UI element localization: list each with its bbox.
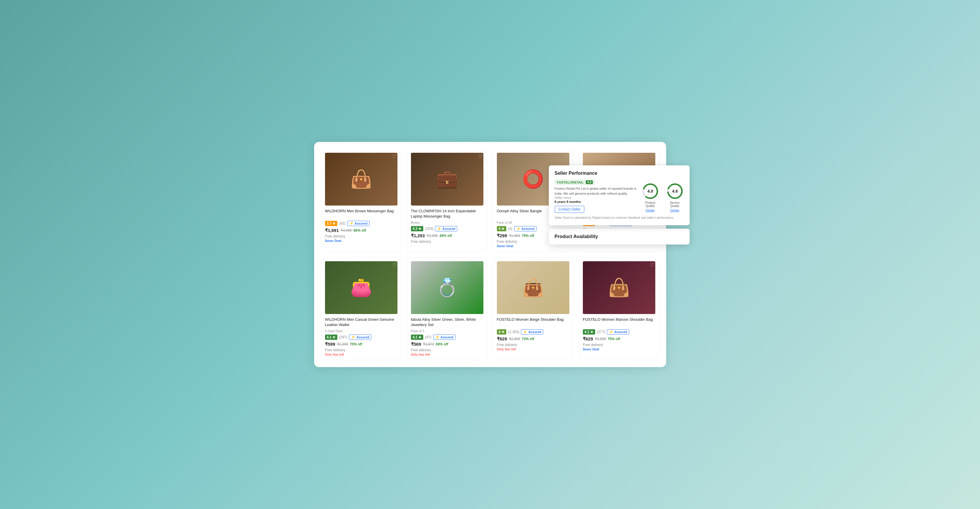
wishlist-button[interactable]: ♡ — [392, 262, 397, 268]
saver-deal: Saver Deal — [583, 347, 655, 351]
discount: 73% off — [522, 337, 535, 341]
seller-since-label: Seller since — [555, 196, 638, 199]
product-image: 💍 — [411, 261, 484, 314]
delivery-text: Free delivery — [325, 234, 398, 238]
product-quality-details-link[interactable]: Details — [646, 209, 655, 212]
star-icon: ★ — [418, 227, 422, 231]
product-quality-score: 4.0 Product Quality Details — [641, 182, 659, 212]
seller-rating-badge: 4.2 — [586, 180, 593, 184]
lightning-icon: ⚡ — [435, 335, 440, 339]
rating-badge: 4.3 ★ — [411, 226, 423, 232]
product-card-p6[interactable]: ♡ 💍 fabula Alloy Silver Green, Silver, W… — [407, 257, 487, 360]
assured-badge: ⚡Assured — [607, 329, 629, 335]
wishlist-button[interactable]: ♡ — [478, 153, 483, 160]
lightning-icon: ⚡ — [609, 330, 613, 334]
product-card-p5[interactable]: ♡ 👛 WILDHORN Men Casual Green Genuine Le… — [321, 257, 401, 360]
product-title: FOSTELO Women Beige Shoulder Bag — [497, 317, 570, 328]
lightning-icon: ⚡ — [516, 227, 521, 231]
saver-deal: Saver Deal — [497, 244, 570, 248]
rating-count: (92) — [339, 221, 345, 225]
product-card-p8[interactable]: ♡ 👜 FOSTELO Women Maroon Shoulder Bag 4.… — [579, 257, 659, 360]
product-image: 👛 — [325, 261, 398, 314]
wishlist-button[interactable]: ♡ — [564, 153, 569, 160]
product-title: fabula Alloy Silver Green, Silver, White… — [411, 317, 484, 328]
seller-info-left: FOSTELORETAIL 4.2 Fostero Retail Pvt Ltd… — [555, 179, 638, 213]
product-card-p7[interactable]: ♡ 👜 FOSTELO Women Beige Shoulder Bag 4 ★… — [493, 257, 573, 360]
product-availability-popup: Product Availability — [549, 229, 690, 244]
product-image-container: 👛 — [325, 261, 398, 314]
lightning-icon: ⚡ — [437, 227, 441, 231]
product-subtitle: 5 Card Slots — [325, 329, 398, 333]
wishlist-button[interactable]: ♡ — [564, 262, 569, 268]
product-image-container: 👜 — [325, 153, 398, 206]
star-icon: ★ — [332, 335, 336, 339]
original-price: ₹4,999 — [340, 228, 352, 233]
seller-desc: Fostero Retail Pvt Ltd is global seller … — [555, 186, 638, 196]
assured-badge: ⚡Assured — [347, 221, 369, 226]
original-price: ₹2,490 — [426, 234, 438, 238]
discount: 75% off — [608, 337, 620, 341]
service-quality-score: 4.6 Service Quality Details — [666, 182, 684, 212]
service-quality-label: Service Quality — [666, 201, 684, 208]
few-left: Only few left — [411, 353, 484, 356]
popup-container: Seller Performance FOSTELORETAIL 4.2 Fos… — [549, 165, 690, 245]
service-quality-circle-svg: 4.6 — [666, 182, 684, 200]
star-icon: ★ — [332, 221, 336, 225]
product-image: 💼 — [411, 153, 484, 206]
assured-badge: ⚡Assured — [514, 226, 536, 232]
product-image: 👜 — [497, 261, 570, 314]
price-row: ₹629 ₹2,399 73% off — [497, 336, 570, 342]
rating-row: 3.7 ★ (92) ⚡Assured — [325, 221, 398, 226]
original-price: ₹1,999 — [337, 342, 348, 346]
rating-count: (253) — [425, 227, 433, 231]
service-quality-details-link[interactable]: Details — [670, 209, 679, 212]
product-title: WILDHORN Men Casual Green Genuine Leathe… — [325, 317, 398, 328]
delivery-text: Free delivery — [497, 343, 570, 347]
current-price: ₹629 — [583, 336, 593, 342]
product-card-p1[interactable]: ♡ 👜 WILDHORN Men Brown Messenger Bag 3.7… — [321, 149, 401, 252]
wishlist-button[interactable]: ♡ — [650, 262, 655, 268]
rating-row: 4.1 ★ (297) ⚡Assured — [325, 335, 398, 340]
rating-count: (277) — [597, 330, 605, 334]
rating-row: 4.1 ★ (277) ⚡Assured — [583, 329, 655, 335]
wishlist-button[interactable]: ♡ — [392, 153, 397, 160]
seller-name-badge: FOSTELORETAIL 4.2 — [555, 179, 595, 185]
delivery-text: Free delivery — [411, 348, 484, 352]
price-row: ₹599 ₹1,999 70% off — [325, 342, 398, 347]
lightning-icon: ⚡ — [349, 221, 354, 225]
product-subtitle: Brown — [411, 221, 484, 224]
seller-score-note: Seller Score is calculated by Flipkart b… — [555, 216, 684, 220]
product-image-container: 💍 — [411, 261, 484, 314]
lightning-icon: ⚡ — [523, 330, 527, 334]
rating-row: 4.1 ★ (47) ⚡Assured — [411, 335, 484, 340]
star-icon: ★ — [501, 227, 504, 231]
product-grid-row2: ♡ 👛 WILDHORN Men Casual Green Genuine Le… — [321, 257, 659, 360]
price-row: ₹569 ₹1,673 69% off — [411, 342, 484, 347]
product-image-container: 👜 — [583, 261, 655, 314]
wishlist-button[interactable]: ♡ — [478, 262, 483, 268]
product-title: FOSTELO Women Maroon Shoulder Bag — [583, 317, 655, 328]
seller-since-value: 8 years 9 months — [555, 200, 638, 203]
rating-badge: 4 ★ — [497, 226, 507, 232]
current-price: ₹569 — [411, 342, 421, 347]
product-image: 👜 — [583, 261, 655, 314]
discount: 69% off — [436, 342, 449, 346]
lightning-icon: ⚡ — [351, 335, 355, 339]
seller-info-row: FOSTELORETAIL 4.2 Fostero Retail Pvt Ltd… — [555, 179, 684, 213]
rating-count: (297) — [339, 335, 347, 339]
discount: 66% off — [353, 228, 366, 233]
delivery-text: Free delivery — [411, 239, 484, 244]
current-price: ₹1,691 — [325, 228, 339, 233]
saver-deal: Saver Deal — [325, 239, 398, 243]
seller-performance-popup: Seller Performance FOSTELORETAIL 4.2 Fos… — [549, 165, 690, 225]
rating-badge: 4.1 ★ — [583, 329, 595, 335]
delivery-text: Free delivery — [583, 343, 655, 347]
current-price: ₹1,293 — [411, 233, 425, 238]
wishlist-button[interactable]: ♡ — [650, 153, 655, 160]
price-row: ₹629 ₹2,599 75% off — [583, 336, 655, 342]
original-price: ₹1,673 — [423, 342, 434, 346]
rating-badge: 4.1 ★ — [325, 335, 337, 340]
contact-seller-button[interactable]: Contact Seller — [555, 206, 584, 213]
product-card-p2[interactable]: ♡ 💼 The CLOWNFISH 14 inch Expandable Lap… — [407, 149, 487, 252]
discount: 48% off — [439, 234, 452, 238]
